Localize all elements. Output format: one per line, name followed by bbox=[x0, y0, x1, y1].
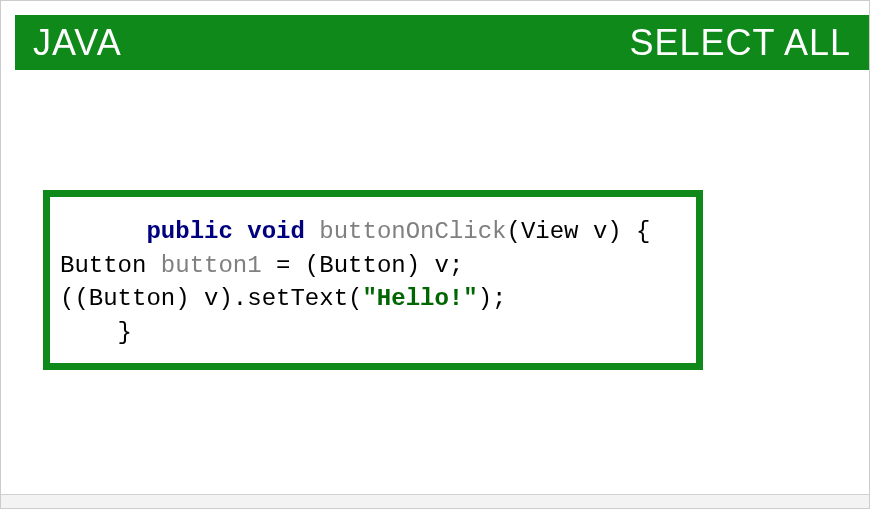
indent bbox=[60, 319, 118, 346]
string-literal: "Hello!" bbox=[362, 285, 477, 312]
select-all-button[interactable]: SELECT ALL bbox=[630, 22, 851, 64]
code-line-4: } bbox=[60, 316, 686, 350]
text: = (Button) v; bbox=[262, 252, 464, 279]
indent bbox=[60, 218, 146, 245]
text: Button bbox=[60, 252, 161, 279]
code-line-1: public void buttonOnClick(View v) { bbox=[60, 215, 686, 249]
code-block: public void buttonOnClick(View v) { Butt… bbox=[43, 190, 703, 370]
close-brace: } bbox=[118, 319, 132, 346]
space bbox=[233, 218, 247, 245]
identifier: button1 bbox=[161, 252, 262, 279]
text: ((Button) v).setText( bbox=[60, 285, 362, 312]
code-line-3: ((Button) v).setText("Hello!"); bbox=[60, 282, 686, 316]
method-name: buttonOnClick bbox=[319, 218, 506, 245]
keyword-public: public bbox=[146, 218, 232, 245]
language-label: JAVA bbox=[33, 22, 122, 64]
footer-divider bbox=[1, 494, 869, 508]
signature-rest: (View v) { bbox=[507, 218, 651, 245]
space bbox=[305, 218, 319, 245]
code-line-2: Button button1 = (Button) v; bbox=[60, 249, 686, 283]
header-bar: JAVA SELECT ALL bbox=[15, 15, 869, 70]
text: ); bbox=[478, 285, 507, 312]
keyword-void: void bbox=[247, 218, 305, 245]
